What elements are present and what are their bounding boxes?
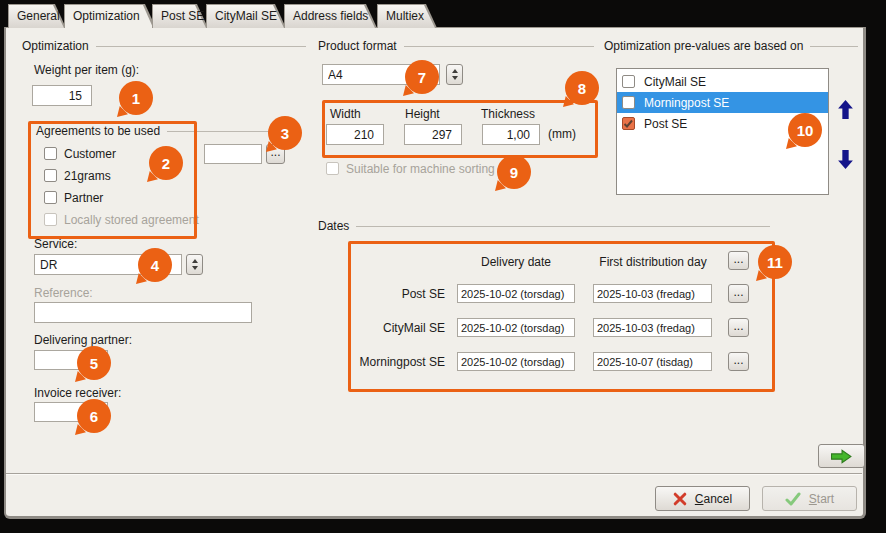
agreement-code-input[interactable] <box>204 144 262 164</box>
spinner-down-icon <box>192 266 198 270</box>
start-button-label: Start <box>809 492 834 506</box>
agreement-partner-label: Partner <box>64 191 103 205</box>
annotation-badge-7: 7 <box>405 60 439 94</box>
agreement-locally-stored-checkbox <box>44 213 57 226</box>
spinner-up-icon <box>452 69 458 73</box>
delivery-date-input-citymail-se[interactable] <box>457 318 575 337</box>
tab-label: General <box>17 9 60 23</box>
reference-label: Reference: <box>34 286 93 300</box>
annotation-badge-8: 8 <box>565 71 599 105</box>
product-format-group-title: Product format <box>318 39 594 53</box>
dates-browse-button-citymail-se[interactable]: ... <box>728 318 749 337</box>
machine-sorting-checkbox <box>326 162 339 175</box>
weight-per-item-input[interactable] <box>32 85 92 106</box>
reference-input[interactable] <box>34 302 252 323</box>
ellipsis-icon: ... <box>733 252 743 266</box>
dates-header-browse-button[interactable]: ... <box>728 251 749 270</box>
right-arrow-icon <box>831 449 852 464</box>
dates-row-carrier: CityMail SE <box>318 321 445 335</box>
prevalues-item-label: CityMail SE <box>644 75 706 89</box>
move-down-button[interactable] <box>838 150 853 173</box>
prevalues-item-label: Post SE <box>644 117 687 131</box>
move-up-button[interactable] <box>838 100 853 123</box>
annotation-badge-4: 4 <box>138 248 172 282</box>
dates-browse-button-post-se[interactable]: ... <box>728 284 749 303</box>
width-label: Width <box>330 107 361 121</box>
spinner-up-icon <box>192 259 198 263</box>
tab-citymail-se[interactable]: CityMail SE <box>206 4 286 28</box>
delivering-partner-label: Delivering partner: <box>34 333 132 347</box>
checkbox-unchecked[interactable] <box>622 75 635 88</box>
annotation-badge-3: 3 <box>268 116 302 150</box>
tab-multiex[interactable]: Multiex <box>377 4 437 28</box>
width-input[interactable] <box>326 124 384 145</box>
prevalues-group-title: Optimization pre-values are based on <box>604 39 858 53</box>
agreement-locally-stored-label: Locally stored agreement <box>64 213 199 227</box>
ellipsis-icon: ... <box>733 285 743 299</box>
service-spinner[interactable] <box>186 254 203 275</box>
delivery-date-input-morningpost-se[interactable] <box>457 352 575 371</box>
ellipsis-icon: ... <box>733 319 743 333</box>
delivery-date-header: Delivery date <box>457 255 575 269</box>
agreements-group-title: Agreements to be used <box>36 124 298 138</box>
height-input[interactable] <box>404 124 462 145</box>
annotation-badge-6: 6 <box>77 399 111 433</box>
annotation-badge-5: 5 <box>77 346 111 380</box>
agreement-21grams-checkbox[interactable] <box>44 169 57 182</box>
down-arrow-icon <box>838 150 853 169</box>
green-check-icon <box>785 492 801 506</box>
annotation-badge-1: 1 <box>119 81 153 115</box>
height-label: Height <box>405 107 440 121</box>
ellipsis-icon: ... <box>733 353 743 367</box>
dates-browse-button-morningpost-se[interactable]: ... <box>728 352 749 371</box>
annotation-badge-11: 11 <box>758 245 792 279</box>
dates-row-carrier: Morningpost SE <box>318 355 445 369</box>
tab-label: Optimization <box>73 9 140 23</box>
annotation-badge-10: 10 <box>788 113 822 147</box>
prevalues-item-citymail-se[interactable]: CityMail SE <box>617 71 828 92</box>
tab-label: Address fields <box>293 9 368 23</box>
red-x-icon <box>673 492 687 506</box>
tab-label: CityMail SE <box>215 9 277 23</box>
mm-unit-label: (mm) <box>548 127 576 141</box>
first-distribution-input-morningpost-se[interactable] <box>593 352 712 371</box>
tab-post-se[interactable]: Post SE <box>152 4 208 28</box>
check-mark-icon <box>623 119 634 129</box>
agreement-customer-label: Customer <box>64 147 116 161</box>
cancel-button-label: Cancel <box>695 492 732 506</box>
annotation-badge-9: 9 <box>497 155 531 189</box>
next-button[interactable] <box>818 444 865 468</box>
first-distribution-input-post-se[interactable] <box>593 284 712 303</box>
first-distribution-input-citymail-se[interactable] <box>593 318 712 337</box>
tab-address-fields[interactable]: Address fields <box>284 4 377 28</box>
thickness-input[interactable] <box>482 124 540 145</box>
service-label: Service: <box>34 237 77 251</box>
tab-general[interactable]: General <box>8 4 66 28</box>
machine-sorting-label: Suitable for machine sorting <box>346 162 495 176</box>
annotation-badge-2: 2 <box>149 146 183 180</box>
agreement-21grams-label: 21grams <box>64 169 111 183</box>
up-arrow-icon <box>838 100 853 119</box>
spinner-down-icon <box>452 76 458 80</box>
prevalues-item-morningpost-se[interactable]: Morningpost SE <box>617 92 828 113</box>
invoice-receiver-label: Invoice receiver: <box>34 386 121 400</box>
footer-separator-highlight <box>6 474 862 475</box>
checkbox-checked[interactable] <box>622 117 635 130</box>
cancel-button[interactable]: Cancel <box>655 486 750 511</box>
optimization-group-title: Optimization <box>22 39 306 53</box>
agreement-partner-checkbox[interactable] <box>44 191 57 204</box>
tab-optimization[interactable]: Optimization <box>64 4 156 28</box>
delivery-date-input-post-se[interactable] <box>457 284 575 303</box>
tab-label: Multiex <box>386 9 424 23</box>
first-distribution-header: First distribution day <box>588 255 718 269</box>
agreement-customer-checkbox[interactable] <box>44 147 57 160</box>
thickness-label: Thickness <box>481 107 535 121</box>
start-button: Start <box>762 486 857 511</box>
prevalues-item-label: Morningpost SE <box>644 96 729 110</box>
checkbox-unchecked[interactable] <box>622 96 635 109</box>
dates-group-title: Dates <box>318 219 770 233</box>
tab-label: Post SE <box>161 9 204 23</box>
dates-row-carrier: Post SE <box>318 287 445 301</box>
product-format-spinner[interactable] <box>446 64 463 85</box>
weight-per-item-label: Weight per item (g): <box>34 63 139 77</box>
